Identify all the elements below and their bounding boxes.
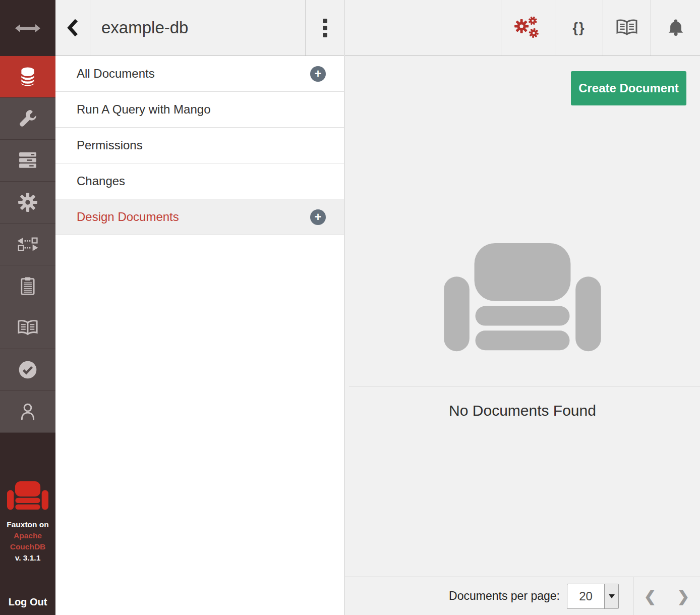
sidebar-item-replication[interactable] xyxy=(0,223,55,265)
panel-item-changes[interactable]: Changes xyxy=(55,163,344,199)
sidebar-item-verify[interactable] xyxy=(0,349,55,391)
panel-item-label: Run A Query with Mango xyxy=(77,102,210,117)
brand-apache: Apache xyxy=(7,530,49,541)
panel-item-design-documents[interactable]: Design Documents + xyxy=(55,199,344,235)
wrench-icon xyxy=(18,109,37,128)
docs-per-page-select[interactable]: 20 xyxy=(567,584,619,609)
add-design-doc-icon[interactable]: + xyxy=(310,209,326,225)
user-icon xyxy=(20,403,36,421)
pagination-footer: Documents per page: 20 ❮ ❯ xyxy=(345,577,700,615)
server-stack-icon xyxy=(19,152,37,169)
sidebar-footer: Fauxton on Apache CouchDB v. 3.1.1 Log O… xyxy=(0,433,55,615)
content-divider xyxy=(349,386,700,386)
primary-sidebar: Fauxton on Apache CouchDB v. 3.1.1 Log O… xyxy=(0,0,55,615)
add-document-icon[interactable]: + xyxy=(310,66,326,82)
page-title: example-db xyxy=(90,0,305,55)
sidebar-item-active-tasks[interactable] xyxy=(0,140,55,182)
double-arrow-icon xyxy=(14,24,41,33)
next-page-button[interactable]: ❯ xyxy=(667,588,700,605)
empty-couch-illustration xyxy=(444,243,601,356)
open-book-icon xyxy=(17,319,38,337)
sidebar-collapse-button[interactable] xyxy=(0,0,55,56)
panel-item-label: Changes xyxy=(77,174,125,188)
replication-arrows-icon xyxy=(17,237,38,252)
database-icon xyxy=(19,67,36,87)
docs-per-page-label: Documents per page: xyxy=(449,589,560,603)
database-options-button[interactable] xyxy=(305,0,344,55)
braces-icon: {} xyxy=(572,20,585,36)
fauxton-app: Fauxton on Apache CouchDB v. 3.1.1 Log O… xyxy=(0,0,700,615)
brand-text: Fauxton on Apache CouchDB v. 3.1.1 xyxy=(7,519,49,564)
check-circle-icon xyxy=(18,360,37,379)
panel-item-label: Permissions xyxy=(77,138,143,152)
sidebar-item-setup[interactable] xyxy=(0,98,55,140)
docs-per-page-value: 20 xyxy=(567,584,604,608)
api-gears-button[interactable] xyxy=(501,0,555,55)
documents-content: Create Document No Documents Found xyxy=(345,56,700,577)
notifications-button[interactable] xyxy=(651,0,700,55)
open-book-icon xyxy=(616,19,638,37)
gear-icon xyxy=(18,192,38,212)
bell-icon xyxy=(668,18,684,37)
main-area: {} Create Document No Documents Found Do… xyxy=(345,0,700,615)
panel-item-all-documents[interactable]: All Documents + xyxy=(55,56,344,92)
panel-item-permissions[interactable]: Permissions xyxy=(55,128,344,163)
sidebar-item-documentation[interactable] xyxy=(0,307,55,349)
json-api-button[interactable]: {} xyxy=(555,0,603,55)
back-button[interactable] xyxy=(55,0,90,55)
select-dropdown-arrow-icon xyxy=(604,584,618,608)
kebab-icon xyxy=(323,19,327,23)
sidebar-item-configuration[interactable] xyxy=(0,182,55,223)
sidebar-item-account[interactable] xyxy=(0,391,55,433)
database-panel-header: example-db xyxy=(55,0,344,56)
panel-item-mango-query[interactable]: Run A Query with Mango xyxy=(55,92,344,128)
database-panel: example-db All Documents + Run A Query w… xyxy=(55,0,344,615)
panel-item-label: Design Documents xyxy=(77,210,179,224)
sidebar-item-database[interactable] xyxy=(0,56,55,98)
sidebar-item-tasks-clipboard[interactable] xyxy=(0,265,55,307)
gears-icon xyxy=(513,15,543,40)
brand-version: v. 3.1.1 xyxy=(7,552,49,564)
brand-prefix: Fauxton on xyxy=(7,519,49,530)
chevron-left-icon xyxy=(67,18,79,37)
couchdb-logo[interactable] xyxy=(7,481,48,511)
clipboard-icon xyxy=(21,277,35,295)
brand-couchdb: CouchDB xyxy=(7,541,49,552)
previous-page-button[interactable]: ❮ xyxy=(633,588,667,605)
logout-button[interactable]: Log Out xyxy=(9,596,47,608)
create-document-button[interactable]: Create Document xyxy=(571,71,686,105)
empty-state-message: No Documents Found xyxy=(345,402,700,419)
documentation-button[interactable] xyxy=(603,0,651,55)
panel-item-label: All Documents xyxy=(77,67,155,81)
main-header: {} xyxy=(345,0,700,56)
